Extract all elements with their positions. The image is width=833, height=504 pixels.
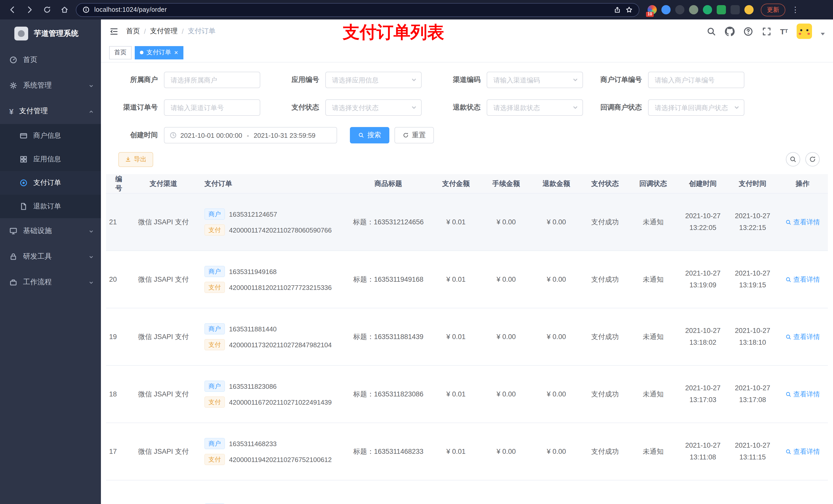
target-icon bbox=[20, 179, 28, 187]
sidebar-item-system[interactable]: 系统管理 bbox=[0, 73, 101, 98]
view-detail-link[interactable]: 查看详情 bbox=[785, 275, 820, 284]
pay-tag: 支付 bbox=[205, 224, 225, 236]
cell-status: 支付成功 bbox=[581, 275, 628, 284]
user-avatar[interactable] bbox=[796, 24, 812, 39]
cell-id: 20 bbox=[106, 275, 129, 283]
export-button[interactable]: 导出 bbox=[118, 152, 153, 167]
tab-pay-order[interactable]: 支付订单 × bbox=[135, 46, 183, 59]
address-bar[interactable]: localhost:1024/pay/order bbox=[76, 3, 639, 17]
extension-drop-icon[interactable] bbox=[661, 5, 671, 14]
cell-title: 标题：1635312124656 bbox=[346, 217, 431, 226]
cell-notify: 未通知 bbox=[628, 332, 678, 341]
view-detail-link[interactable]: 查看详情 bbox=[785, 217, 820, 226]
notify-status-select[interactable] bbox=[648, 99, 744, 116]
forward-icon[interactable] bbox=[24, 4, 36, 16]
cell-fee: ¥ 0.00 bbox=[481, 218, 531, 226]
tab-home[interactable]: 首页 bbox=[109, 46, 132, 59]
table-header-row: 编号 支付渠道 支付订单 商品标题 支付金额 手续金额 退款金额 支付状态 回调… bbox=[106, 174, 828, 194]
cell-refund: ¥ 0.00 bbox=[531, 333, 581, 341]
cell-pay-time: 2021-10-27 13:19:15 bbox=[728, 268, 777, 291]
extension-colorwheel-icon[interactable]: 10 bbox=[647, 5, 657, 14]
view-detail-link[interactable]: 查看详情 bbox=[785, 332, 820, 341]
logo-image bbox=[14, 26, 28, 40]
extension-badge: 10 bbox=[646, 12, 654, 17]
sidebar-item-pay-order[interactable]: 支付订单 bbox=[0, 171, 101, 195]
font-size-icon[interactable]: TT bbox=[780, 27, 788, 35]
sidebar-item-workflow[interactable]: 工作流程 bbox=[0, 269, 101, 295]
cell-notify: 未通知 bbox=[628, 447, 678, 456]
document-icon bbox=[20, 202, 28, 211]
cell-amount: ¥ 0.01 bbox=[431, 333, 481, 341]
merchant-order-no-input[interactable] bbox=[648, 72, 744, 88]
cell-notify: 未通知 bbox=[628, 389, 678, 399]
pay-submenu: 商户信息 应用信息 支付订单 退款订单 bbox=[0, 124, 101, 218]
cell-create-time: 2021-10-27 13:22:05 bbox=[678, 211, 728, 233]
sidebar-fold-icon[interactable] bbox=[109, 26, 119, 36]
channel-order-no-input[interactable] bbox=[164, 99, 260, 116]
merchant-tag: 商户 bbox=[205, 381, 225, 392]
refresh-table-button[interactable] bbox=[805, 152, 820, 166]
sidebar-item-refund-order[interactable]: 退款订单 bbox=[0, 195, 101, 218]
cell-create-time: 2021-10-27 13:11:08 bbox=[678, 440, 728, 463]
extension-pin-icon[interactable] bbox=[731, 5, 740, 14]
view-detail-link[interactable]: 查看详情 bbox=[785, 389, 820, 399]
cell-pay-time: 2021-10-27 13:22:15 bbox=[728, 211, 777, 233]
create-time-range-picker[interactable]: 2021-10-01 00:00:00 - 2021-10-31 23:59:5… bbox=[164, 127, 337, 143]
tags-view-bar: 首页 支付订单 × bbox=[101, 43, 833, 63]
site-info-icon[interactable] bbox=[82, 6, 90, 13]
channel-code-select[interactable] bbox=[487, 72, 583, 88]
share-icon[interactable] bbox=[614, 6, 621, 13]
sidebar-item-merchant-info[interactable]: 商户信息 bbox=[0, 124, 101, 147]
app-no-select[interactable] bbox=[325, 72, 422, 88]
table-row: 19 微信 JSAPI 支付 商户1635311881440 支付4200001… bbox=[106, 308, 828, 366]
back-icon[interactable] bbox=[6, 4, 19, 16]
cell-status: 支付成功 bbox=[581, 217, 628, 226]
tab-close-icon[interactable]: × bbox=[174, 49, 178, 56]
browser-menu-icon[interactable]: ⋮ bbox=[790, 5, 800, 14]
briefcase-icon bbox=[9, 278, 18, 286]
cell-pay-time: 2021-10-27 13:18:10 bbox=[728, 325, 777, 348]
bookmark-star-icon[interactable] bbox=[625, 6, 633, 13]
cell-pay-order: 商户1635311468233 支付4200001194202110276752… bbox=[197, 438, 346, 465]
sidebar-item-infra[interactable]: 基础设施 bbox=[0, 218, 101, 244]
monitor-icon bbox=[9, 227, 18, 235]
refund-status-select[interactable] bbox=[487, 99, 583, 116]
reload-icon[interactable] bbox=[41, 4, 53, 16]
cell-id: 21 bbox=[106, 218, 129, 226]
pay-status-select[interactable] bbox=[325, 99, 422, 116]
extension-check-icon[interactable] bbox=[703, 5, 712, 14]
reset-button[interactable]: 重置 bbox=[395, 127, 434, 143]
view-detail-link[interactable]: 查看详情 bbox=[785, 447, 820, 456]
merchant-tag: 商户 bbox=[205, 438, 225, 449]
extension-dark-icon[interactable] bbox=[675, 5, 685, 14]
user-menu-caret-icon[interactable] bbox=[821, 32, 825, 35]
sidebar-item-pay[interactable]: ¥ 支付管理 bbox=[0, 98, 101, 124]
cell-id: 17 bbox=[106, 448, 129, 455]
dashboard-icon bbox=[9, 56, 18, 64]
fullscreen-icon[interactable] bbox=[762, 26, 771, 36]
search-icon[interactable] bbox=[706, 26, 716, 36]
breadcrumb-pay[interactable]: 支付管理 bbox=[150, 27, 178, 36]
github-icon[interactable] bbox=[724, 26, 734, 36]
browser-update-button[interactable]: 更新 bbox=[761, 3, 785, 16]
extension-face-icon[interactable] bbox=[744, 5, 754, 14]
clock-icon bbox=[170, 131, 177, 139]
merchant-tag: 商户 bbox=[205, 323, 225, 334]
extension-chat-icon[interactable] bbox=[717, 5, 726, 14]
toggle-search-button[interactable] bbox=[786, 152, 800, 166]
help-icon[interactable] bbox=[743, 26, 753, 36]
page-header: 首页 / 支付管理 / 支付订单 支付订单列表 TT bbox=[101, 20, 833, 43]
sidebar-item-app-info[interactable]: 应用信息 bbox=[0, 147, 101, 171]
cell-channel: 微信 JSAPI 支付 bbox=[129, 447, 197, 456]
pay-tag: 支付 bbox=[205, 282, 225, 293]
sidebar: 芋道管理系统 首页 系统管理 ¥ 支付管理 商户信息 bbox=[0, 20, 101, 504]
breadcrumb-current: 支付订单 bbox=[188, 27, 215, 36]
extension-sage-icon[interactable] bbox=[689, 5, 698, 14]
home-icon[interactable] bbox=[58, 4, 71, 16]
owner-merchant-input[interactable] bbox=[164, 72, 260, 88]
breadcrumb-home[interactable]: 首页 bbox=[126, 27, 140, 36]
search-button[interactable]: 搜索 bbox=[350, 127, 389, 143]
sidebar-item-dev-tools[interactable]: 研发工具 bbox=[0, 244, 101, 269]
cell-channel: 微信 JSAPI 支付 bbox=[129, 217, 197, 226]
sidebar-item-home[interactable]: 首页 bbox=[0, 47, 101, 73]
